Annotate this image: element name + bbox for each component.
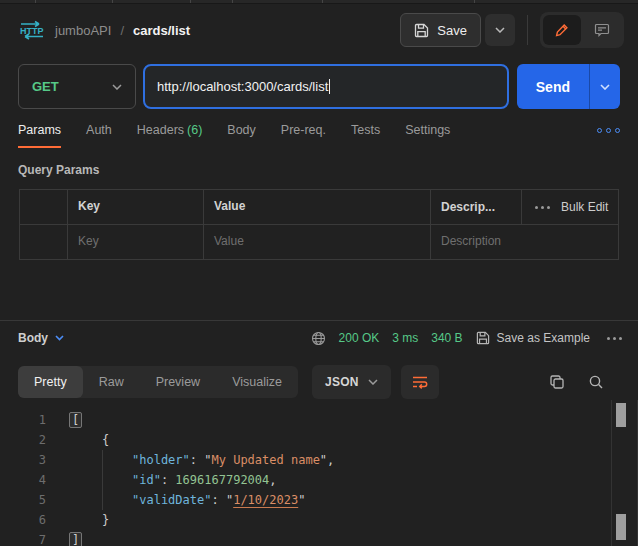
code-token[interactable]: 1/10/2023 — [233, 493, 298, 507]
code-line: 6} — [0, 510, 638, 530]
indent-guide — [102, 490, 103, 510]
send-button[interactable]: Send — [517, 64, 620, 109]
breadcrumb-collection[interactable]: jumboAPI — [55, 23, 111, 38]
url-text: http://localhost:3000/cards/list — [157, 79, 328, 94]
chevron-down-icon — [55, 335, 64, 341]
send-button-label[interactable]: Send — [517, 64, 589, 109]
indent-guide — [102, 450, 103, 470]
scrollbar-thumb[interactable] — [616, 514, 626, 540]
comments-button[interactable] — [583, 15, 621, 45]
view-mode-segment: Pretty Raw Preview Visualize — [18, 366, 298, 398]
response-more-icon[interactable] — [607, 337, 622, 340]
response-body-editor[interactable]: 1[2{3"holder": "My Updated name",4"id": … — [0, 405, 638, 546]
copy-icon[interactable] — [549, 374, 565, 390]
indent-guide — [102, 470, 103, 490]
search-icon[interactable] — [588, 374, 604, 390]
headers-count-badge: (6) — [187, 123, 202, 137]
more-horizontal-icon[interactable] — [535, 206, 550, 209]
svg-text:HTTP: HTTP — [20, 26, 44, 36]
wrap-lines-button[interactable] — [401, 365, 439, 399]
chevron-down-icon — [368, 379, 378, 385]
method-select[interactable]: GET — [18, 64, 136, 109]
code-token: } — [102, 513, 109, 527]
response-header: Body 200 OK 3 ms 340 B Save as Example — [0, 321, 638, 355]
tab-headers[interactable]: Headers(6) — [137, 123, 203, 137]
code-line-content: "id": 1696167792004, — [72, 470, 277, 490]
send-options-button[interactable] — [589, 64, 620, 109]
line-number: 2 — [0, 430, 46, 450]
code-line: 7] — [0, 530, 638, 546]
line-number: 5 — [0, 490, 46, 510]
save-button-label: Save — [437, 23, 467, 38]
scrollbar-thumb[interactable] — [616, 403, 626, 427]
view-tab-raw[interactable]: Raw — [83, 366, 140, 398]
tab-tests[interactable]: Tests — [351, 123, 380, 137]
key-input[interactable]: Key — [68, 225, 204, 259]
value-input[interactable]: Value — [204, 225, 431, 259]
status-badge[interactable]: 200 OK — [339, 331, 380, 345]
save-as-example-label: Save as Example — [497, 331, 590, 345]
tab-settings[interactable]: Settings — [405, 123, 450, 137]
wrap-text-icon — [412, 375, 428, 389]
save-button[interactable]: Save — [400, 13, 481, 47]
code-line-content: { — [72, 430, 109, 450]
view-tab-preview[interactable]: Preview — [140, 366, 216, 398]
text-cursor — [329, 79, 330, 94]
header-actions-divider — [521, 190, 522, 224]
tab-body[interactable]: Body — [227, 123, 256, 137]
format-select[interactable]: JSON — [312, 365, 391, 399]
code-line: 5"validDate": "1/10/2023" — [0, 490, 638, 510]
breadcrumb-request-name[interactable]: cards/list — [133, 23, 190, 38]
comment-icon — [594, 23, 610, 38]
code-line: 2{ — [0, 430, 638, 450]
line-number: 4 — [0, 470, 46, 490]
row-checkbox-cell[interactable] — [20, 225, 68, 259]
url-input[interactable]: http://localhost:3000/cards/list — [143, 64, 509, 109]
code-token: " — [320, 453, 327, 467]
save-icon — [414, 23, 429, 38]
query-params-table: Key Value Descrip... Bulk Edit Key Value… — [19, 189, 619, 260]
more-tabs-indicator[interactable] — [597, 128, 620, 133]
code-token: 1696167792004 — [175, 473, 269, 487]
save-example-icon — [476, 331, 490, 345]
code-line-content: "holder": "My Updated name", — [72, 450, 334, 470]
tab-auth[interactable]: Auth — [86, 123, 112, 137]
description-input[interactable]: Description — [431, 225, 618, 259]
response-time[interactable]: 3 ms — [392, 331, 418, 345]
request-builder-row: GET http://localhost:3000/cards/list Sen… — [0, 64, 638, 109]
bulk-edit-button[interactable]: Bulk Edit — [561, 200, 608, 214]
chevron-down-icon — [600, 84, 610, 90]
code-token: : — [190, 453, 204, 467]
view-tab-visualize[interactable]: Visualize — [216, 366, 298, 398]
pencil-icon — [554, 22, 570, 38]
code-line-content: [ — [72, 410, 82, 430]
view-tab-pretty[interactable]: Pretty — [18, 366, 83, 398]
save-as-example-button[interactable]: Save as Example — [476, 331, 590, 345]
response-size[interactable]: 340 B — [431, 331, 462, 345]
line-number: 1 — [0, 410, 46, 430]
breadcrumb-separator: / — [120, 23, 124, 38]
save-options-button[interactable] — [485, 14, 515, 46]
tab-strip — [0, 0, 638, 4]
code-token: "id" — [132, 473, 161, 487]
tab-params[interactable]: Params — [18, 123, 61, 137]
side-tools-group — [540, 12, 624, 48]
chevron-down-icon — [495, 27, 505, 33]
method-label: GET — [32, 79, 59, 94]
code-token: ] — [69, 532, 82, 546]
edit-documentation-button[interactable] — [543, 15, 581, 45]
table-row: Key Value Description — [20, 225, 618, 259]
code-token: , — [327, 453, 334, 467]
globe-icon[interactable] — [311, 331, 326, 346]
code-token: : — [211, 493, 225, 507]
http-method-icon: HTTP — [18, 20, 46, 40]
tab-pre-request[interactable]: Pre-req. — [281, 123, 326, 137]
code-token: , — [269, 473, 276, 487]
table-header-row: Key Value Descrip... Bulk Edit — [20, 190, 618, 225]
scrollbar-track[interactable] — [611, 400, 638, 546]
code-lines: 1[2{3"holder": "My Updated name",4"id": … — [0, 410, 638, 546]
request-header-bar: HTTP jumboAPI / cards/list Save — [0, 4, 638, 56]
response-body-dropdown[interactable]: Body — [18, 331, 64, 345]
header-divider — [527, 15, 528, 45]
code-token: "validDate" — [132, 493, 211, 507]
